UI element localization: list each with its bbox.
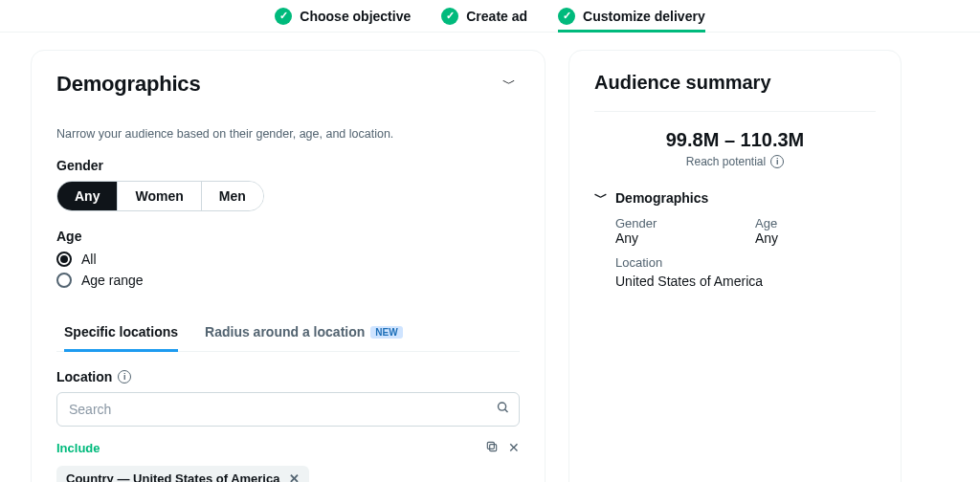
- tab-label: Specific locations: [64, 324, 178, 340]
- age-range-label: Age range: [81, 273, 144, 288]
- check-icon: ✓: [558, 8, 575, 25]
- info-icon[interactable]: i: [770, 155, 784, 168]
- chip-remove-icon[interactable]: ✕: [289, 471, 300, 482]
- radio-unchecked-icon: [56, 273, 72, 288]
- svg-rect-2: [490, 445, 497, 451]
- summary-age-val: Any: [755, 230, 876, 246]
- audience-summary-card: Audience summary 99.8M – 110.3M Reach po…: [568, 50, 902, 482]
- gender-men-button[interactable]: Men: [201, 182, 263, 210]
- demographics-card: Demographics ﹀ Narrow your audience base…: [31, 50, 546, 482]
- tab-radius-location[interactable]: Radius around a location NEW: [205, 315, 403, 351]
- new-badge: NEW: [370, 326, 402, 339]
- copy-icon[interactable]: [485, 440, 499, 456]
- reach-label-text: Reach potential: [686, 155, 766, 168]
- chevron-down-icon[interactable]: ﹀: [499, 72, 520, 97]
- check-icon: ✓: [441, 8, 458, 25]
- location-chip: Country — United States of America ✕: [56, 466, 309, 482]
- stepper: ✓ Choose objective ✓ Create ad ✓ Customi…: [0, 0, 980, 33]
- chip-text: Country — United States of America: [66, 471, 279, 482]
- age-range-radio[interactable]: Age range: [56, 273, 520, 288]
- location-label: Location: [56, 369, 112, 384]
- summary-demo-grid: Gender Any Age Any: [594, 216, 876, 246]
- chevron-down-icon: ﹀: [594, 189, 608, 207]
- summary-age-key: Age: [755, 216, 876, 230]
- step-label: Choose objective: [300, 9, 411, 24]
- close-icon[interactable]: ✕: [508, 440, 520, 456]
- svg-point-0: [499, 403, 506, 410]
- divider: [594, 111, 876, 112]
- svg-line-1: [505, 409, 508, 412]
- include-label: Include: [56, 441, 100, 455]
- check-icon: ✓: [275, 8, 292, 25]
- location-search-wrap: [56, 392, 520, 427]
- tab-label: Radius around a location: [205, 324, 365, 340]
- gender-segmented: Any Women Men: [56, 181, 264, 211]
- step-label: Create ad: [466, 9, 527, 24]
- age-all-label: All: [81, 252, 97, 267]
- location-tabs: Specific locations Radius around a locat…: [56, 315, 520, 352]
- location-search-input[interactable]: [56, 392, 520, 427]
- summary-location-key: Location: [615, 255, 876, 270]
- step-create-ad[interactable]: ✓ Create ad: [441, 0, 527, 32]
- reach-value: 99.8M – 110.3M: [594, 129, 876, 151]
- step-choose-objective[interactable]: ✓ Choose objective: [275, 0, 411, 32]
- gender-any-button[interactable]: Any: [57, 182, 117, 210]
- info-icon[interactable]: i: [118, 370, 131, 383]
- gender-label: Gender: [56, 158, 520, 173]
- tab-specific-locations[interactable]: Specific locations: [64, 315, 178, 351]
- audience-summary-title: Audience summary: [594, 72, 876, 94]
- search-icon[interactable]: [496, 401, 510, 419]
- gender-women-button[interactable]: Women: [117, 182, 200, 210]
- step-customize-delivery[interactable]: ✓ Customize delivery: [558, 0, 705, 32]
- include-actions: ✕: [485, 440, 520, 456]
- summary-gender-key: Gender: [615, 216, 736, 230]
- demographics-title: Demographics: [56, 72, 200, 97]
- reach-label: Reach potential i: [594, 155, 876, 168]
- svg-rect-3: [487, 442, 494, 449]
- summary-gender-val: Any: [615, 230, 736, 246]
- summary-demographics-head[interactable]: ﹀ Demographics: [594, 189, 876, 207]
- step-label: Customize delivery: [583, 9, 705, 24]
- demographics-help: Narrow your audience based on their gend…: [56, 127, 520, 141]
- age-radio-group: All Age range: [56, 252, 520, 288]
- age-all-radio[interactable]: All: [56, 252, 520, 267]
- radio-checked-icon: [56, 252, 72, 267]
- summary-location-val: United States of America: [615, 274, 876, 289]
- age-label: Age: [56, 229, 520, 244]
- summary-demo-label: Demographics: [615, 190, 708, 206]
